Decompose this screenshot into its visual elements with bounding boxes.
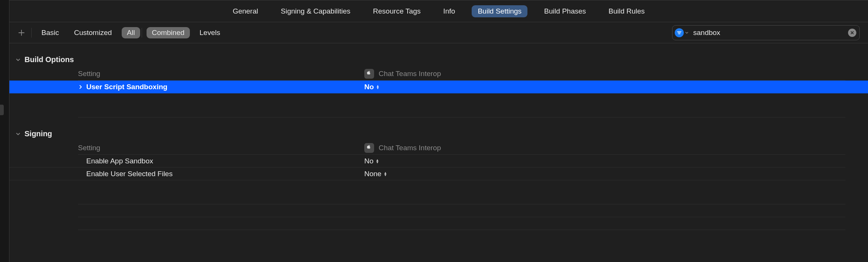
setting-value: No xyxy=(364,157,373,165)
setting-row-enable-user-selected-files[interactable]: Enable User Selected Files None ▲▼ xyxy=(9,168,845,180)
gutter-indicator xyxy=(0,105,4,115)
section-title: Signing xyxy=(24,129,52,138)
search-input[interactable] xyxy=(692,28,844,37)
section-header-signing[interactable]: Signing xyxy=(9,117,868,141)
filter-all[interactable]: All xyxy=(122,27,140,38)
column-header-setting: Setting xyxy=(78,70,364,78)
app-target-icon xyxy=(364,69,374,79)
column-header-setting: Setting xyxy=(78,144,364,152)
chevron-down-icon xyxy=(15,131,21,137)
setting-name-label: Enable App Sandbox xyxy=(86,157,153,165)
column-headers: Setting Chat Teams Interop xyxy=(78,141,845,155)
separator xyxy=(31,28,32,38)
search-field-wrap xyxy=(672,25,860,40)
setting-value: No xyxy=(364,83,374,91)
setting-value: None xyxy=(364,170,381,178)
column-header-target: Chat Teams Interop xyxy=(364,143,845,153)
tab-info[interactable]: Info xyxy=(437,5,461,17)
target-name: Chat Teams Interop xyxy=(379,144,441,152)
setting-row-enable-app-sandbox[interactable]: Enable App Sandbox No ▲▼ xyxy=(9,155,845,168)
filter-customized[interactable]: Customized xyxy=(69,27,117,38)
column-headers: Setting Chat Teams Interop xyxy=(78,67,845,81)
tab-build-rules[interactable]: Build Rules xyxy=(602,5,651,17)
tab-build-phases[interactable]: Build Phases xyxy=(538,5,592,17)
editor-tabs: General Signing & Capabilities Resource … xyxy=(9,0,868,22)
section-title: Build Options xyxy=(24,55,74,64)
separator xyxy=(142,28,142,38)
view-levels[interactable]: Levels xyxy=(194,27,226,38)
setting-value-cell[interactable]: No ▲▼ xyxy=(364,157,845,165)
setting-row-user-script-sandboxing[interactable]: User Script Sandboxing No ▲▼ xyxy=(9,81,868,93)
setting-value-cell[interactable]: None ▲▼ xyxy=(364,170,845,178)
settings-content[interactable]: Build Options Setting Chat Teams Interop… xyxy=(9,43,868,262)
tab-general[interactable]: General xyxy=(227,5,264,17)
updown-stepper-icon: ▲▼ xyxy=(376,159,379,163)
target-name: Chat Teams Interop xyxy=(379,70,441,78)
updown-stepper-icon: ▲▼ xyxy=(384,172,387,176)
tab-resource-tags[interactable]: Resource Tags xyxy=(367,5,426,17)
clear-search-button[interactable] xyxy=(848,29,856,37)
updown-stepper-icon: ▲▼ xyxy=(376,85,379,89)
add-build-setting-button[interactable] xyxy=(13,26,30,40)
chevron-right-icon[interactable] xyxy=(78,85,83,89)
view-combined[interactable]: Combined xyxy=(147,27,190,38)
tab-build-settings[interactable]: Build Settings xyxy=(472,5,527,17)
tab-signing-capabilities[interactable]: Signing & Capabilities xyxy=(275,5,356,17)
search-scope-button[interactable] xyxy=(675,28,689,37)
chevron-down-icon xyxy=(15,57,21,62)
empty-rows xyxy=(78,192,845,230)
close-icon xyxy=(850,31,854,35)
filter-scope-segment: Basic Customized All xyxy=(36,27,140,38)
app-target-icon xyxy=(364,143,374,153)
setting-value-cell[interactable]: No ▲▼ xyxy=(364,83,845,91)
setting-name-label: Enable User Selected Files xyxy=(86,170,173,178)
filter-basic[interactable]: Basic xyxy=(36,27,64,38)
lines-filter-icon xyxy=(675,28,684,37)
filter-bar: Basic Customized All Combined Levels xyxy=(9,22,868,43)
setting-name-label: User Script Sandboxing xyxy=(86,83,167,91)
section-header-build-options[interactable]: Build Options xyxy=(9,43,868,67)
empty-rows xyxy=(78,105,845,117)
column-header-target: Chat Teams Interop xyxy=(364,69,845,79)
plus-icon xyxy=(18,29,25,36)
view-mode-segment: Combined Levels xyxy=(147,27,226,38)
chevron-down-icon xyxy=(685,31,689,35)
build-settings-editor: General Signing & Capabilities Resource … xyxy=(9,0,868,262)
